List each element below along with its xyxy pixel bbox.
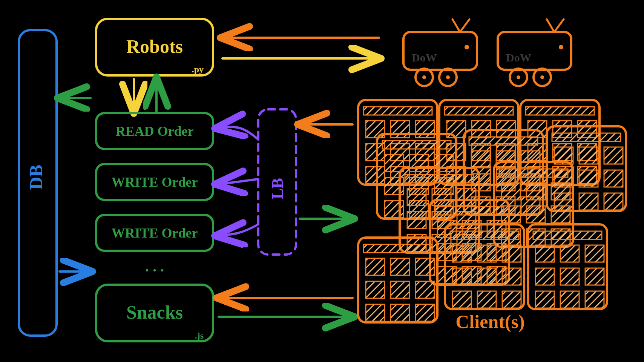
svg-rect-113 — [435, 207, 504, 215]
arrow-lb-write2 — [217, 224, 258, 236]
svg-rect-70 — [471, 151, 490, 168]
svg-line-10 — [460, 19, 469, 32]
svg-point-11 — [465, 45, 469, 49]
svg-rect-103 — [501, 183, 520, 200]
svg-point-13 — [422, 75, 426, 79]
svg-rect-107 — [526, 206, 545, 223]
lb-box: LB — [258, 109, 296, 255]
svg-rect-140 — [477, 268, 496, 285]
svg-rect-154 — [560, 291, 579, 308]
svg-rect-80 — [552, 133, 621, 141]
svg-rect-146 — [533, 231, 602, 239]
svg-rect-71 — [496, 151, 515, 168]
robots-label: Robots — [126, 36, 183, 57]
svg-rect-8 — [403, 32, 477, 70]
svg-rect-131 — [366, 304, 385, 321]
api-write1-label: WRITE Order — [112, 175, 198, 190]
svg-rect-16 — [498, 32, 571, 70]
svg-rect-27 — [391, 121, 409, 138]
svg-rect-89 — [604, 193, 623, 210]
svg-rect-69 — [469, 137, 538, 145]
svg-point-19 — [559, 45, 563, 49]
snacks-label: Snacks — [126, 302, 183, 323]
db-box: DB — [19, 30, 57, 336]
svg-rect-91 — [405, 175, 474, 183]
svg-point-23 — [540, 75, 544, 79]
svg-rect-102 — [499, 169, 568, 177]
svg-rect-130 — [416, 281, 434, 298]
api-write2-box: WRITE Order — [96, 215, 213, 251]
api-ellipsis: . . . — [145, 258, 164, 275]
svg-line-9 — [452, 19, 460, 32]
dow-robot-2-label: DoW — [506, 51, 531, 64]
svg-line-17 — [547, 19, 554, 32]
svg-rect-127 — [416, 258, 434, 275]
svg-rect-125 — [366, 258, 385, 275]
svg-rect-37 — [447, 121, 466, 138]
svg-rect-138 — [502, 245, 521, 262]
svg-rect-32 — [366, 167, 385, 184]
svg-rect-86 — [604, 170, 623, 187]
svg-rect-137 — [477, 245, 496, 262]
client-browser-icon — [528, 224, 607, 309]
svg-rect-25 — [363, 107, 432, 115]
dow-robot-2: DoW — [498, 19, 571, 86]
client-browser-icon — [358, 238, 437, 322]
db-label: DB — [26, 165, 46, 190]
svg-rect-144 — [502, 291, 521, 308]
svg-rect-92 — [407, 189, 426, 206]
svg-rect-153 — [535, 291, 554, 308]
svg-rect-142 — [452, 291, 471, 308]
svg-point-21 — [517, 75, 520, 79]
svg-rect-135 — [450, 231, 519, 239]
snacks-box: Snacks .js — [96, 285, 213, 341]
svg-rect-152 — [585, 268, 604, 285]
api-write2-label: WRITE Order — [112, 225, 198, 241]
svg-rect-72 — [521, 151, 540, 168]
svg-rect-136 — [452, 245, 471, 262]
svg-rect-128 — [366, 281, 385, 298]
svg-rect-133 — [416, 304, 434, 321]
svg-rect-105 — [551, 183, 570, 200]
svg-rect-143 — [477, 291, 496, 308]
svg-rect-150 — [535, 268, 554, 285]
api-write1-box: WRITE Order — [96, 164, 213, 200]
svg-rect-59 — [385, 155, 403, 172]
svg-rect-61 — [434, 155, 453, 172]
svg-rect-147 — [535, 245, 554, 262]
svg-rect-28 — [416, 121, 434, 138]
svg-rect-82 — [579, 147, 598, 164]
svg-rect-47 — [526, 107, 594, 115]
svg-rect-139 — [452, 268, 471, 285]
svg-rect-108 — [551, 206, 570, 223]
dow-robot-1: DoW — [403, 19, 477, 86]
svg-line-18 — [554, 19, 564, 32]
robots-ext: .py — [192, 64, 204, 74]
svg-rect-148 — [560, 245, 579, 262]
svg-rect-132 — [391, 304, 409, 321]
svg-rect-36 — [445, 107, 513, 115]
svg-rect-95 — [407, 212, 426, 229]
lb-label: LB — [269, 178, 286, 199]
clients-label: Client(s) — [455, 311, 524, 332]
svg-rect-104 — [526, 183, 545, 200]
svg-rect-85 — [579, 170, 598, 187]
svg-rect-88 — [579, 193, 598, 210]
robots-box: Robots .py — [96, 19, 213, 75]
svg-rect-124 — [363, 244, 432, 253]
svg-rect-58 — [382, 141, 451, 149]
clients-cluster — [358, 100, 626, 322]
svg-rect-155 — [585, 291, 604, 308]
svg-rect-83 — [604, 147, 623, 164]
svg-rect-94 — [457, 189, 476, 206]
api-read-box: READ Order — [96, 113, 213, 149]
svg-point-15 — [446, 75, 450, 79]
svg-rect-93 — [432, 189, 451, 206]
svg-rect-126 — [391, 258, 409, 275]
api-read-label: READ Order — [116, 124, 194, 139]
snacks-ext: .js — [195, 331, 204, 341]
arrow-lb-write1 — [217, 179, 258, 184]
svg-rect-151 — [560, 268, 579, 285]
dow-robot-1-label: DoW — [412, 51, 437, 64]
svg-rect-149 — [585, 245, 604, 262]
